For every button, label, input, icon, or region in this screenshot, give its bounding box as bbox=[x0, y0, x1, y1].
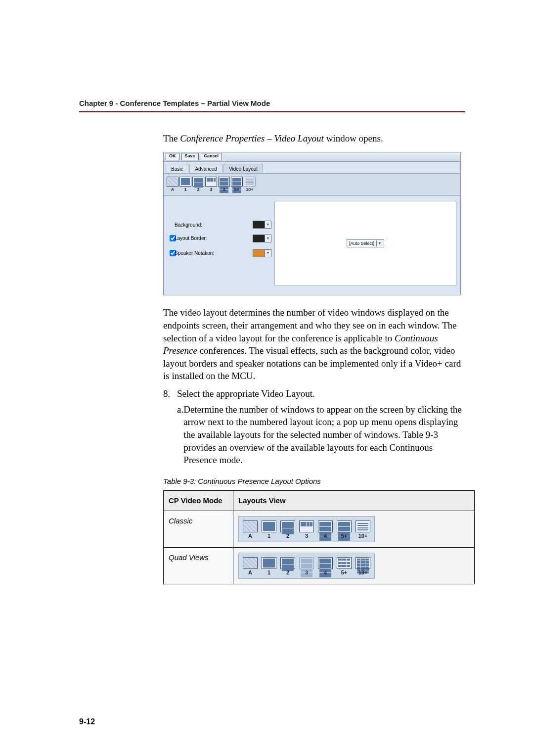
layout-icon-classic-2: 2 bbox=[280, 520, 295, 540]
label: A bbox=[248, 532, 252, 540]
dropdown-arrow-icon: ▾ bbox=[265, 235, 271, 242]
background-row: Background: ▾ bbox=[168, 221, 271, 229]
layout-picker-bar: A 1 2 3 4 5+ 10+ bbox=[164, 174, 460, 196]
label: 4 bbox=[324, 569, 327, 576]
intro-ital: Conference Properties – Video Layout bbox=[180, 133, 324, 143]
label: 1 bbox=[267, 532, 270, 540]
label: 2 bbox=[286, 569, 289, 576]
layout-icon-classic-3: 3 bbox=[299, 520, 314, 540]
background-color-picker[interactable]: ▾ bbox=[253, 221, 271, 229]
layout-label-4: 4 bbox=[222, 187, 225, 192]
label: 5+ bbox=[341, 569, 348, 576]
tab-basic[interactable]: Basic bbox=[166, 164, 188, 174]
layout-icon-classic-1: 1 bbox=[262, 520, 276, 540]
layout-label-3: 3 bbox=[210, 187, 212, 192]
layout-explanation-paragraph: The video layout determines the number o… bbox=[163, 306, 465, 382]
label: 2 bbox=[286, 532, 289, 540]
layout-option-4[interactable]: 4 bbox=[218, 177, 230, 192]
intro-sentence: The Conference Properties – Video Layout… bbox=[163, 132, 465, 145]
layout-icon-classic-A: A bbox=[243, 520, 258, 540]
view-cell-quad: A 1 2 3 4 5+ 10+ bbox=[233, 548, 475, 584]
cancel-button[interactable]: Cancel bbox=[201, 153, 222, 160]
label: 1 bbox=[267, 569, 270, 576]
speaker-notation-row: Speaker Notation: ▾ bbox=[168, 248, 271, 258]
layout-icon-quad-A: A bbox=[243, 557, 258, 576]
step-8a-text: Determine the number of windows to appea… bbox=[183, 403, 465, 467]
auto-select-dropdown[interactable]: [Auto Select] ▾ bbox=[347, 239, 384, 247]
table-head-view: Layouts View bbox=[233, 491, 475, 511]
label: 3 bbox=[305, 532, 308, 540]
layout-option-10plus[interactable]: 10+ bbox=[244, 177, 256, 192]
layout-option-5plus[interactable]: 5+ bbox=[231, 177, 243, 192]
table-row: Quad Views A 1 2 3 4 5+ 10+ bbox=[164, 548, 475, 584]
form-column: Background: ▾ Layout Border: ▾ Speaker N… bbox=[168, 201, 271, 286]
dropdown-arrow-icon: ▾ bbox=[376, 240, 383, 246]
label: 10+ bbox=[358, 532, 368, 540]
intro-post: window opens. bbox=[324, 133, 383, 143]
label: 4 bbox=[324, 532, 327, 540]
conference-properties-screenshot: OK Save Cancel Basic Advanced Video Layo… bbox=[163, 152, 461, 296]
layout-icon-quad-2: 2 bbox=[280, 557, 295, 576]
step-8: 8. Select the appropriate Video Layout. bbox=[163, 387, 465, 400]
layout-icon-classic-4: 4 bbox=[318, 520, 333, 540]
layout-row-classic: A 1 2 3 4 5+ 10+ bbox=[238, 516, 375, 542]
layout-icon-quad-4: 4 bbox=[318, 557, 333, 576]
header-rule bbox=[79, 111, 465, 112]
mode-cell-quad: Quad Views bbox=[164, 548, 233, 584]
layout-option-A[interactable]: A bbox=[167, 177, 178, 192]
layout-border-row: Layout Border: ▾ bbox=[168, 234, 271, 243]
dropdown-arrow-icon: ▾ bbox=[265, 250, 271, 257]
layout-icon-classic-10plus: 10+ bbox=[356, 520, 370, 540]
speaker-notation-color-picker[interactable]: ▾ bbox=[253, 249, 271, 257]
tab-advanced[interactable]: Advanced bbox=[189, 164, 222, 174]
speaker-notation-label: Speaker Notation: bbox=[175, 250, 253, 257]
table-caption: Table 9-3: Continuous Presence Layout Op… bbox=[163, 476, 465, 486]
layout-label-1: 1 bbox=[184, 187, 186, 192]
layout-border-color-picker[interactable]: ▾ bbox=[253, 235, 271, 242]
mode-cell-classic: Classic bbox=[164, 511, 233, 548]
layout-label-5: 5+ bbox=[234, 187, 239, 192]
auto-select-value: [Auto Select] bbox=[349, 240, 374, 246]
layout-option-1[interactable]: 1 bbox=[179, 177, 191, 192]
step-8a: a. Determine the number of windows to ap… bbox=[177, 403, 465, 467]
dropdown-arrow-icon: ▾ bbox=[265, 221, 271, 228]
tab-video-layout[interactable]: Video Layout bbox=[223, 164, 263, 174]
intro-pre: The bbox=[163, 133, 180, 143]
layout-icon-quad-10plus: 10+ bbox=[356, 557, 370, 576]
window-title-bar: OK Save Cancel bbox=[164, 152, 460, 162]
label: A bbox=[248, 569, 252, 576]
layout-icon-quad-1: 1 bbox=[262, 557, 276, 576]
layout-option-3[interactable]: 3 bbox=[205, 177, 217, 192]
page-number: 9-12 bbox=[79, 717, 95, 726]
background-label: Background: bbox=[175, 222, 253, 229]
ok-button[interactable]: OK bbox=[166, 153, 179, 160]
step-8-text: Select the appropriate Video Layout. bbox=[177, 387, 315, 400]
layout-option-2[interactable]: 2 bbox=[192, 177, 204, 192]
window-body: Background: ▾ Layout Border: ▾ Speaker N… bbox=[164, 196, 460, 295]
step-8-text-a: Select the appropriate bbox=[177, 388, 261, 399]
label: 5+ bbox=[341, 532, 348, 540]
table-row: Classic A 1 2 3 4 5+ 10+ bbox=[164, 511, 475, 548]
layout-row-quad: A 1 2 3 4 5+ 10+ bbox=[238, 553, 375, 579]
step-8-ital: Video Layout bbox=[261, 388, 312, 399]
table-head-mode: CP Video Mode bbox=[164, 491, 233, 511]
layout-label-10: 10+ bbox=[246, 187, 253, 192]
layout-label-2: 2 bbox=[197, 187, 199, 192]
view-cell-classic: A 1 2 3 4 5+ 10+ bbox=[233, 511, 475, 548]
step-8-text-b: . bbox=[312, 388, 315, 399]
layout-border-label: Layout Border: bbox=[175, 235, 253, 242]
running-header: Chapter 9 - Conference Templates – Parti… bbox=[79, 99, 465, 107]
layout-icon-quad-5plus: 5+ bbox=[337, 557, 352, 576]
layout-icon-classic-5plus: 5+ bbox=[337, 520, 352, 540]
step-8-number: 8. bbox=[163, 387, 177, 400]
table-9-3: CP Video Mode Layouts View Classic A 1 2… bbox=[163, 490, 475, 584]
para-b: conferences. The visual effects, such as… bbox=[163, 345, 461, 381]
tab-strip: Basic Advanced Video Layout bbox=[164, 162, 460, 174]
layout-label-A: A bbox=[171, 187, 175, 192]
layout-preview-pane: [Auto Select] ▾ bbox=[274, 201, 456, 286]
save-button[interactable]: Save bbox=[181, 153, 199, 160]
step-8a-letter: a. bbox=[177, 403, 183, 467]
label: 10+ bbox=[358, 569, 368, 576]
layout-icon-quad-3: 3 bbox=[299, 557, 314, 576]
